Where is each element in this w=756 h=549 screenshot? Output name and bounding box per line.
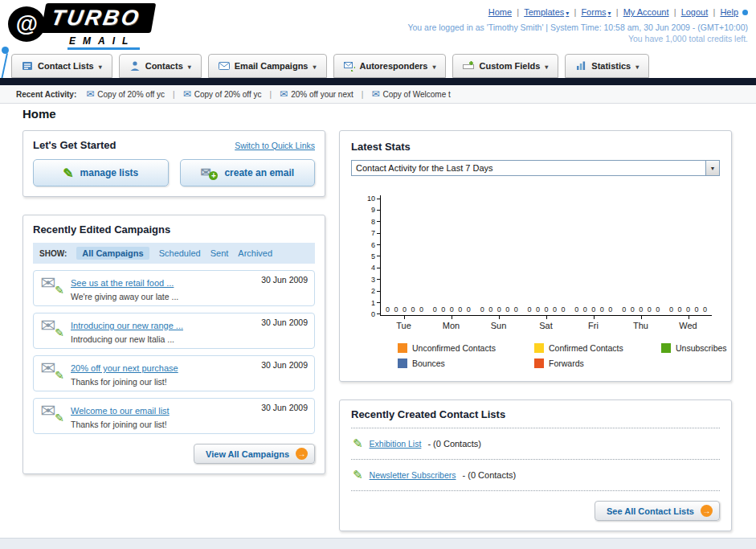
top-link-logout[interactable]: Logout [681,7,721,17]
campaign-date: 30 Jun 2009 [261,360,308,370]
chart-labels: TueMonSunSatFriThuWed [380,316,712,330]
top-link-forms[interactable]: Forms [581,7,623,17]
legend-label: Unsubscribes [676,343,727,353]
legend-swatch [661,343,671,353]
chart-column-values: 0 0 0 0 0 [523,195,570,315]
legend-item-unconfirmed: Unconfirmed Contacts [398,343,534,353]
get-started-panel: Let's Get Started Switch to Quick Links … [22,130,325,197]
login-info: You are logged in as 'Timothy Smith' | S… [407,23,748,32]
chevron-down-icon [432,61,435,71]
view-all-campaigns-button[interactable]: View All Campaigns [194,444,315,464]
top-link-templates[interactable]: Templates [524,7,581,17]
tab-statistics[interactable]: Statistics [565,54,649,78]
arrow-right-icon [296,448,308,460]
envelope-icon [86,88,97,100]
filter-sent[interactable]: Sent [210,248,229,258]
left-column: Let's Get Started Switch to Quick Links … [22,130,325,474]
y-tick-label: 4 [371,264,380,271]
filter-all-campaigns[interactable]: All Campaigns [76,247,149,260]
envelope-plus-icon [200,166,218,179]
app-window: TURBO EMAIL HomeTemplatesFormsMy Account… [0,0,756,549]
campaign-title-link[interactable]: Welcome to our email list [71,406,170,416]
top-link-home[interactable]: Home [488,7,524,17]
show-label: SHOW: [39,249,67,258]
recent-activity-link[interactable]: Copy of Welcome t [382,90,450,99]
create-email-button[interactable]: create an email [180,159,316,186]
recent-activity-item[interactable]: Copy of Welcome t [371,88,450,100]
campaign-date: 30 Jun 2009 [261,318,308,327]
contact-list-link[interactable]: Newsletter Subscribers [370,470,456,480]
select-arrow-icon [705,161,719,175]
contact-lists-icon [22,60,33,72]
recent-activity-link[interactable]: Copy of 20% off yc [97,90,165,99]
legend-label: Forwards [549,358,584,368]
campaign-filter-bar: SHOW: All Campaigns Scheduled Sent Archi… [33,243,315,264]
recent-activity-link[interactable]: Copy of 20% off yc [194,90,262,99]
tab-custom-fields[interactable]: Custom Fields [452,54,558,78]
see-all-contact-lists-button[interactable]: See All Contact Lists [595,501,720,521]
contact-lists-title: Recently Created Contact Lists [351,408,720,420]
nav-divider-bar [0,78,756,85]
campaign-envelope-icon [40,275,64,296]
chart-columns: 0 0 0 0 00 0 0 0 00 0 0 0 00 0 0 0 00 0 … [380,195,712,316]
email-campaigns-icon [219,60,230,72]
top-link-label: Forms [581,7,606,17]
recent-activity-item[interactable]: Copy of 20% off yc [86,88,182,100]
recent-activity-bar: Recent Activity: Copy of 20% off yc Copy… [0,85,756,104]
tab-contact-lists[interactable]: Contact Lists [11,54,112,78]
legend-label: Unconfirmed Contacts [412,343,496,353]
recent-activity-item[interactable]: 20% off your next [280,88,371,100]
chart-column-values: 0 0 0 0 0 [617,195,664,315]
recent-activity-label: Recent Activity: [16,90,76,99]
contact-list-item: Exhibition List - (0 Contacts) [351,428,720,460]
campaign-title-link[interactable]: Introducing our new range ... [71,321,183,330]
filter-archived[interactable]: Archived [238,248,272,258]
button-label: manage lists [80,167,139,178]
recent-activity-link[interactable]: 20% off your next [291,90,353,99]
chart-column-values: 0 0 0 0 0 [476,195,523,315]
filter-scheduled[interactable]: Scheduled [159,248,201,258]
chevron-down-icon [545,61,548,71]
campaign-title-link[interactable]: 20% off your next purchase [71,363,178,373]
tab-autoresponders[interactable]: Autoresponders [333,54,447,78]
top-link-my-account[interactable]: My Account [623,7,681,17]
contact-list-count: - (0 Contacts) [427,439,481,449]
legend-swatch [534,343,544,353]
y-tick-label: 1 [371,300,380,306]
tab-email-campaigns[interactable]: Email Campaigns [208,54,327,78]
y-tick-label: 0 [371,311,380,318]
stats-period-select[interactable]: Contact Activity for the Last 7 Days [351,160,720,176]
legend-item-forwards: Forwards [534,358,661,368]
y-tick-label: 10 [367,195,380,202]
chevron-down-icon [313,61,316,71]
campaigns-title: Recently Edited Campaigns [33,223,315,236]
stats-title: Latest Stats [351,141,720,153]
footer-strip [0,538,756,549]
campaign-subtitle: Thanks for joining our list! [71,420,248,429]
button-label: create an email [224,167,294,178]
campaign-row: Welcome to our email list Thanks for joi… [33,398,315,434]
contact-list-link[interactable]: Exhibition List [370,439,422,449]
button-label: View All Campaigns [206,449,289,459]
right-column: Latest Stats Contact Activity for the La… [339,130,732,531]
custom-fields-icon [463,60,474,72]
campaign-title-link[interactable]: See us at the retail food ... [71,278,174,288]
y-tick-label: 6 [371,242,380,248]
switch-quick-links-link[interactable]: Switch to Quick Links [235,141,315,150]
tab-contacts[interactable]: Contacts [119,54,202,78]
campaign-date: 30 Jun 2009 [261,275,308,285]
recent-campaigns-panel: Recently Edited Campaigns SHOW: All Camp… [22,215,325,474]
legend-item-confirmed: Confirmed Contacts [534,343,661,353]
recent-activity-item[interactable]: Copy of 20% off yc [183,88,280,100]
manage-lists-button[interactable]: manage lists [33,159,169,186]
autoresponders-icon [344,60,355,72]
get-started-title: Let's Get Started [33,139,116,151]
selected-option: Contact Activity for the Last 7 Days [356,163,493,173]
envelope-icon [183,88,194,100]
legend-swatch [398,343,407,353]
latest-stats-panel: Latest Stats Contact Activity for the La… [339,130,732,382]
header: TURBO EMAIL HomeTemplatesFormsMy Account… [0,0,756,51]
arrow-right-icon [701,505,713,517]
top-link-help[interactable]: Help [720,7,738,17]
credits-info: You have 1,000 total credits left. [407,34,748,43]
